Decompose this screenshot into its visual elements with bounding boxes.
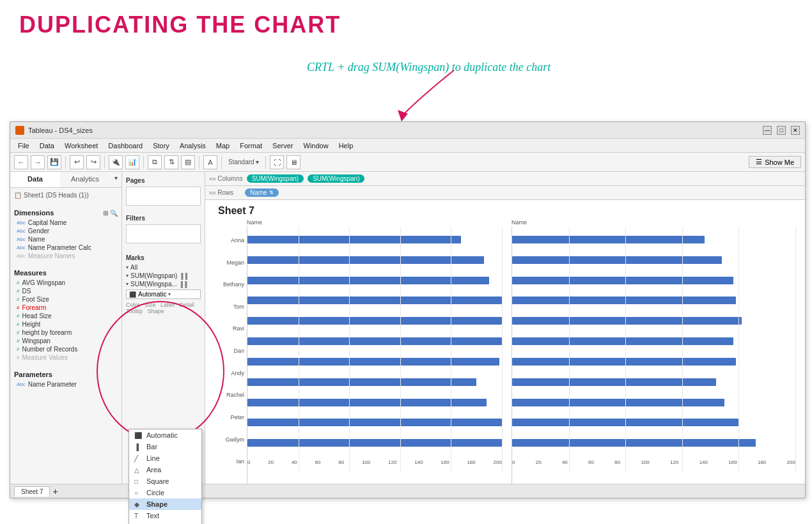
toolbar-sep1 — [65, 156, 66, 169]
minimize-button[interactable]: — — [763, 126, 772, 135]
toolbar-forward[interactable]: → — [31, 155, 45, 169]
bar-row-gwilym — [247, 417, 502, 428]
x-40: 40 — [292, 459, 297, 467]
dimensions-controls[interactable]: ⊞ 🔍 — [103, 210, 118, 217]
meas-icon9: # — [17, 346, 19, 352]
maximize-button[interactable]: □ — [777, 126, 786, 135]
dropdown-shape[interactable]: ◈ Shape — [129, 498, 201, 510]
meas-foot-size[interactable]: # Foot Size — [14, 295, 118, 304]
menu-server[interactable]: Server — [267, 142, 298, 150]
data-source[interactable]: 📋 Sheet1 (DS Heads (1)) — [14, 190, 118, 200]
toolbar-sep5 — [221, 156, 222, 169]
toolbar-back[interactable]: ← — [14, 155, 28, 169]
x-0: 0 — [247, 459, 250, 467]
toolbar-save[interactable]: 💾 — [47, 155, 61, 169]
meas-height-by-forearm[interactable]: # height by forearm — [14, 328, 118, 337]
bar-anna — [247, 236, 461, 243]
marks-type-dropdown[interactable]: ⬛ Automatic ▾ — [126, 289, 201, 299]
toolbar-device[interactable]: 🖥 — [286, 155, 301, 169]
chart-area: ≡≡ Columns SUM(Wingspan) SUM(Wingspan) ≡… — [205, 172, 805, 497]
meas-forearm[interactable]: # Forearm — [14, 304, 118, 312]
dim-measure-names[interactable]: Abc Measure Names — [14, 252, 118, 260]
dropdown-circle-label: Circle — [146, 489, 164, 497]
toolbar-source[interactable]: 📊 — [125, 155, 139, 169]
meas-head-size[interactable]: # Head Size — [14, 312, 118, 320]
dim-gender[interactable]: Abc Gender — [14, 227, 118, 235]
tab-analytics[interactable]: Analytics — [60, 172, 110, 187]
menu-story[interactable]: Story — [148, 142, 175, 150]
dropdown-square[interactable]: □ Square — [129, 475, 201, 487]
right-chart: Name — [505, 219, 799, 493]
menu-map[interactable]: Map — [211, 142, 235, 150]
menu-worksheet[interactable]: Worksheet — [59, 142, 103, 150]
dim-name[interactable]: Abc Name — [14, 235, 118, 243]
rbar-rachel — [512, 378, 716, 386]
dropdown-bar-label: Bar — [146, 443, 157, 451]
bar-bethany — [247, 277, 489, 284]
y-label-rachel: Rachel — [226, 392, 244, 399]
dim-name-param-calc[interactable]: Abc Name Parameter Calc — [14, 243, 118, 252]
r-bar-peter — [512, 397, 795, 408]
grid-20 — [299, 227, 299, 472]
tab-data[interactable]: Data — [10, 172, 60, 187]
dropdown-line-label: Line — [146, 454, 160, 462]
col-pill-2[interactable]: SUM(Wingspan) — [308, 174, 364, 183]
toolbar-duplicate[interactable]: ⧉ — [148, 155, 162, 169]
row-pill-sort-icon: ⇅ — [269, 190, 274, 196]
window-title: Tableau - DS4_sizes — [28, 127, 93, 134]
menu-format[interactable]: Format — [235, 142, 267, 150]
dropdown-line[interactable]: ╱ Line — [129, 452, 201, 464]
meas-num-records[interactable]: # Number of Records — [14, 345, 118, 353]
meas-ds[interactable]: # DS — [14, 287, 118, 295]
panel-options-button[interactable]: ▾ — [110, 172, 121, 183]
x-160: 160 — [441, 459, 449, 467]
marks-type-dropdown-menu: ⬛ Automatic ▐ Bar ╱ Line △ Area □ Square… — [129, 429, 202, 524]
sheet-7-tab[interactable]: Sheet 7 — [14, 486, 50, 497]
measures-section: Measures # AVG Wingspan # DS # Foot Size… — [10, 263, 121, 364]
menu-data[interactable]: Data — [35, 142, 59, 150]
meas-avg-wingspan[interactable]: # AVG Wingspan — [14, 279, 118, 287]
menu-window[interactable]: Window — [299, 142, 334, 150]
bar-row-tom — [247, 295, 502, 305]
toolbar-connect[interactable]: 🔌 — [109, 155, 123, 169]
toolbar-sort[interactable]: ⇅ — [164, 155, 178, 169]
marks-sum2-label: SUM(Wingspa... — [130, 281, 177, 288]
add-sheet-button[interactable]: + — [52, 486, 58, 497]
y-label-dan: Dan — [233, 348, 244, 355]
menu-help[interactable]: Help — [334, 142, 359, 150]
menu-file[interactable]: File — [13, 142, 35, 150]
meas-height[interactable]: # Height — [14, 320, 118, 328]
col-pill-1[interactable]: SUM(Wingspan) — [247, 174, 304, 183]
dropdown-bar[interactable]: ▐ Bar — [129, 441, 201, 452]
menu-analysis[interactable]: Analysis — [175, 142, 211, 150]
row-pill[interactable]: Name ⇅ — [245, 189, 279, 197]
title-bar: Tableau - DS4_sizes — □ ✕ — [10, 122, 805, 139]
dropdown-automatic[interactable]: ⬛ Automatic — [129, 429, 201, 441]
dropdown-filled-map[interactable]: 🗺 Filled Map — [129, 521, 201, 524]
left-chart: Name Anna Megan Bethany Tom Ravi Dan And… — [212, 219, 505, 493]
line-icon: ╱ — [134, 455, 143, 462]
toolbar-label[interactable]: A — [203, 155, 217, 169]
toolbar-fit[interactable]: ⛶ — [270, 155, 284, 169]
toolbar-undo[interactable]: ↩ — [70, 155, 84, 169]
menu-dashboard[interactable]: Dashboard — [103, 142, 148, 150]
toolbar-group[interactable]: ▤ — [181, 155, 195, 169]
param-name[interactable]: Abc Name Parameter — [14, 380, 118, 389]
r-bar-rachel — [512, 377, 795, 387]
close-button[interactable]: ✕ — [791, 126, 800, 135]
dim-capital-name[interactable]: Abc Capital Name — [14, 219, 118, 227]
rx-160: 160 — [728, 459, 737, 467]
marks-bars-icon: ▐▐ — [179, 273, 187, 279]
circle-icon: ○ — [134, 489, 143, 497]
show-me-button[interactable]: ☰ Show Me — [749, 156, 801, 168]
dropdown-circle[interactable]: ○ Circle — [129, 487, 201, 498]
dropdown-area[interactable]: △ Area — [129, 464, 201, 475]
toolbar-redo[interactable]: ↪ — [86, 155, 100, 169]
meas-measure-values[interactable]: # Measure Values — [14, 353, 118, 362]
left-y-axis: Anna Megan Bethany Tom Ravi Dan Andy Rac… — [212, 227, 247, 486]
y-label-bethany: Bethany — [223, 281, 244, 288]
rbar-dan — [512, 337, 733, 345]
dropdown-text[interactable]: T Text — [129, 510, 201, 521]
grid-80 — [451, 227, 451, 472]
meas-wingspan[interactable]: # Wingspan — [14, 337, 118, 345]
